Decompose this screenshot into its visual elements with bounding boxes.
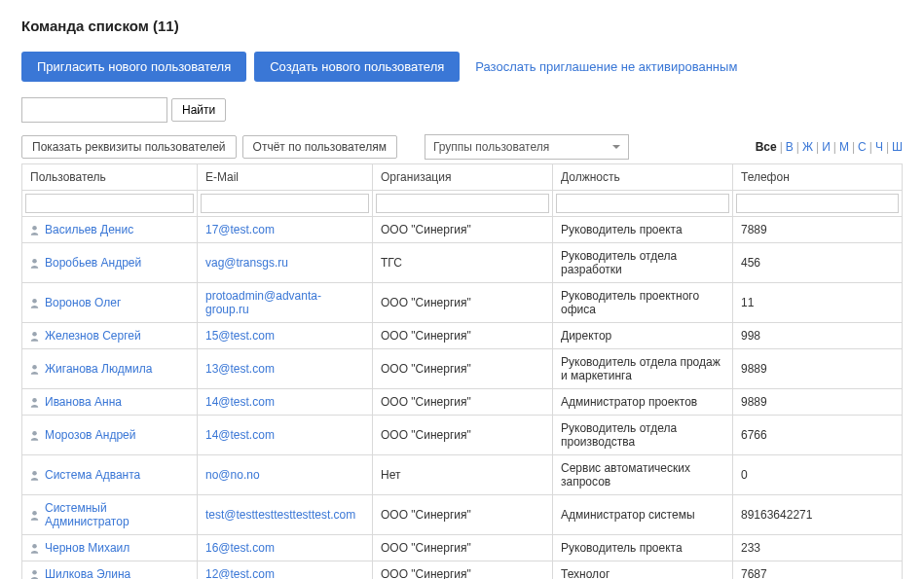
table-row: Чернов Михаил16@test.comООО "Синергия"Ру…: [22, 535, 903, 561]
phone-cell: 6766: [733, 416, 903, 455]
filter-email-input[interactable]: [201, 194, 369, 213]
person-icon: [30, 430, 39, 441]
filter-phone-input[interactable]: [736, 194, 899, 213]
email-link[interactable]: protoadmin@advanta-group.ru: [205, 289, 321, 316]
table-row: Морозов Андрей14@test.comООО "Синергия"Р…: [22, 416, 903, 455]
alpha-letter[interactable]: М: [839, 140, 849, 154]
col-email[interactable]: E-Mail: [198, 164, 373, 191]
person-icon: [30, 225, 39, 235]
user-link[interactable]: Воробьев Андрей: [45, 256, 141, 270]
svg-point-10: [32, 570, 37, 575]
invite-user-button[interactable]: Пригласить нового пользователя: [21, 52, 246, 82]
svg-point-8: [32, 511, 37, 516]
resend-invite-link[interactable]: Разослать приглашение не активированным: [475, 59, 737, 74]
search-input[interactable]: [21, 97, 167, 123]
user-link[interactable]: Иванова Анна: [45, 395, 122, 409]
position-cell: Руководитель отдела продаж и маркетинга: [553, 349, 733, 389]
users-table: Пользователь E-Mail Организация Должност…: [21, 163, 903, 579]
filter-pos-input[interactable]: [556, 194, 729, 213]
user-groups-select[interactable]: Группы пользователя: [425, 134, 629, 160]
filter-org-input[interactable]: [376, 194, 549, 213]
org-cell: ООО "Синергия": [373, 283, 553, 323]
user-link[interactable]: Система Адванта: [45, 468, 140, 482]
filter-row: [22, 191, 903, 217]
col-phone[interactable]: Телефон: [733, 164, 903, 191]
svg-point-0: [32, 226, 37, 231]
email-link[interactable]: 13@test.com: [205, 362, 275, 376]
position-cell: Руководитель отдела производства: [553, 416, 733, 455]
phone-cell: 0: [733, 455, 903, 495]
position-cell: Сервис автоматических запросов: [553, 455, 733, 495]
phone-cell: 11: [733, 283, 903, 323]
table-row: Система Адвантаno@no.noНетСервис автомат…: [22, 455, 903, 495]
select-label: Группы пользователя: [433, 140, 549, 154]
email-link[interactable]: 14@test.com: [205, 428, 275, 442]
person-icon: [30, 510, 39, 521]
col-pos[interactable]: Должность: [553, 164, 733, 191]
separator: |: [852, 140, 855, 154]
user-link[interactable]: Морозов Андрей: [45, 428, 135, 442]
user-link[interactable]: Воронов Олег: [45, 296, 121, 309]
action-row: Пригласить нового пользователя Создать н…: [21, 52, 903, 82]
separator: |: [816, 140, 819, 154]
phone-cell: 456: [733, 243, 903, 283]
email-link[interactable]: no@no.no: [205, 468, 260, 482]
org-cell: ООО "Синергия": [373, 217, 553, 243]
user-link[interactable]: Жиганова Людмила: [45, 362, 152, 376]
person-icon: [30, 397, 39, 408]
person-icon: [30, 569, 39, 580]
email-link[interactable]: 16@test.com: [205, 541, 275, 555]
org-cell: Нет: [373, 455, 553, 495]
svg-point-9: [32, 544, 37, 549]
table-row: Жиганова Людмила13@test.comООО "Синергия…: [22, 349, 903, 389]
svg-point-6: [32, 431, 37, 436]
table-row: Системный Администраторtest@testtesttest…: [22, 495, 903, 535]
svg-point-3: [32, 332, 37, 337]
user-link[interactable]: Шилкова Элина: [45, 567, 130, 579]
org-cell: ООО "Синергия": [373, 416, 553, 455]
alpha-filter: Все | В | Ж | И | М | С | Ч | Ш: [756, 140, 903, 154]
email-link[interactable]: 12@test.com: [205, 567, 275, 579]
svg-point-1: [32, 259, 37, 264]
user-link[interactable]: Чернов Михаил: [45, 541, 129, 555]
org-cell: ООО "Синергия": [373, 535, 553, 561]
phone-cell: 9889: [733, 389, 903, 416]
org-cell: ООО "Синергия": [373, 349, 553, 389]
alpha-all[interactable]: Все: [756, 140, 777, 154]
table-row: Воробьев Андрейvag@transgs.ruТГСРуководи…: [22, 243, 903, 283]
user-link[interactable]: Васильев Денис: [45, 223, 133, 236]
position-cell: Руководитель проекта: [553, 535, 733, 561]
col-user[interactable]: Пользователь: [22, 164, 198, 191]
alpha-letter[interactable]: С: [858, 140, 867, 154]
email-link[interactable]: test@testtesttesttesttest.com: [205, 508, 355, 522]
org-cell: ООО "Синергия": [373, 323, 553, 349]
chevron-down-icon: [612, 145, 620, 149]
table-row: Васильев Денис17@test.comООО "Синергия"Р…: [22, 217, 903, 243]
email-link[interactable]: 15@test.com: [205, 329, 275, 343]
org-cell: ООО "Синергия": [373, 495, 553, 535]
email-link[interactable]: 14@test.com: [205, 395, 275, 409]
alpha-letter[interactable]: Ш: [892, 140, 903, 154]
create-user-button[interactable]: Создать нового пользователя: [254, 52, 460, 82]
alpha-letter[interactable]: Ч: [875, 140, 883, 154]
filter-user-input[interactable]: [25, 194, 194, 213]
svg-point-4: [32, 365, 37, 370]
user-report-button[interactable]: Отчёт по пользователям: [242, 135, 397, 159]
user-link[interactable]: Системный Администратор: [45, 501, 189, 528]
alpha-letter[interactable]: И: [822, 140, 831, 154]
page-title: Команда списком (11): [21, 18, 903, 34]
alpha-letter[interactable]: В: [786, 140, 794, 154]
table-row: Иванова Анна14@test.comООО "Синергия"Адм…: [22, 389, 903, 416]
col-org[interactable]: Организация: [373, 164, 553, 191]
email-link[interactable]: 17@test.com: [205, 223, 275, 236]
person-icon: [30, 331, 39, 342]
alpha-letter[interactable]: Ж: [802, 140, 813, 154]
email-link[interactable]: vag@transgs.ru: [205, 256, 288, 270]
phone-cell: 9889: [733, 349, 903, 389]
position-cell: Руководитель проекта: [553, 217, 733, 243]
user-link[interactable]: Железнов Сергей: [45, 329, 141, 343]
find-button[interactable]: Найти: [171, 98, 226, 122]
show-details-button[interactable]: Показать реквизиты пользователей: [21, 135, 237, 159]
position-cell: Администратор проектов: [553, 389, 733, 416]
separator: |: [886, 140, 889, 154]
